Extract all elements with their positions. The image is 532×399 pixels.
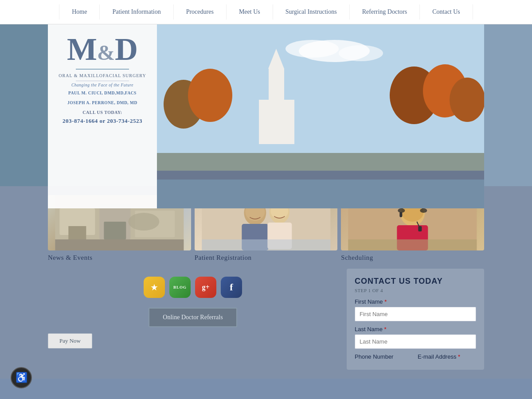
svg-point-3 <box>339 45 383 61</box>
phone-col: Phone Number <box>355 353 413 362</box>
svg-rect-40 <box>348 239 477 250</box>
svg-point-8 <box>450 78 484 122</box>
first-name-input[interactable] <box>355 307 476 321</box>
last-name-required: * <box>384 326 387 332</box>
nav-procedures[interactable]: Procedures <box>174 4 227 20</box>
accessibility-button[interactable]: ♿ <box>11 367 32 388</box>
town-scene <box>157 24 484 208</box>
svg-rect-39 <box>419 226 422 231</box>
nav-referring-doctors[interactable]: Referring Doctors <box>350 4 420 20</box>
nav-patient-information[interactable]: Patient Information <box>100 4 173 20</box>
hero-left-strip <box>0 24 48 186</box>
email-required: * <box>458 353 460 360</box>
phone-email-row: Phone Number E-mail Address * <box>355 353 476 362</box>
nav-contact-us[interactable]: Contact Us <box>420 4 473 20</box>
accessibility-icon: ♿ <box>16 372 27 383</box>
yelp-icon[interactable]: ★ <box>144 277 165 298</box>
step-indicator: STEP 1 OF 4 <box>355 288 476 293</box>
logo-doctor2: Joseph A. Perrone, DMD, MD <box>67 100 137 106</box>
hero-section: M&D Oral & Maxillofacial Surgery Changin… <box>0 24 532 186</box>
nav-home[interactable]: Home <box>59 4 100 20</box>
facebook-icon[interactable]: f <box>221 277 242 298</box>
svg-rect-10 <box>269 69 284 104</box>
blog-icon[interactable]: BLOG <box>169 277 191 298</box>
news-events-label: News & Events <box>48 254 191 262</box>
navigation: Home Patient Information Procedures Meet… <box>0 0 532 24</box>
svg-point-36 <box>420 208 427 213</box>
patient-registration-label: Patient Registration <box>195 254 338 262</box>
svg-rect-30 <box>202 239 330 250</box>
svg-rect-19 <box>68 226 86 242</box>
logo-subtitle: Oral & Maxillofacial Surgery <box>59 73 146 78</box>
svg-point-5 <box>188 69 232 122</box>
contact-form-title: CONTACT US TODAY <box>355 277 476 286</box>
nav-meet-us[interactable]: Meet Us <box>227 4 273 20</box>
logo-tagline: Changing the Face of the Future <box>71 83 133 87</box>
svg-point-2 <box>286 40 339 58</box>
email-label: E-mail Address * <box>418 353 476 360</box>
bottom-left: ★ BLOG g+ f Online Doctor Referrals Pay … <box>48 269 347 370</box>
svg-rect-22 <box>55 239 184 250</box>
nav-surgical-instructions[interactable]: Surgical Instructions <box>273 4 350 20</box>
phone-label: Phone Number <box>355 353 413 360</box>
pay-now-button[interactable]: Pay Now <box>48 333 92 348</box>
svg-rect-37 <box>400 212 403 217</box>
last-name-input[interactable] <box>355 334 476 349</box>
logo-letters: M&D <box>67 33 138 65</box>
google-plus-icon[interactable]: g+ <box>195 277 216 298</box>
email-col: E-mail Address * <box>418 353 476 362</box>
contact-form-panel: CONTACT US TODAY STEP 1 OF 4 First Name … <box>347 269 484 370</box>
bottom-section: ★ BLOG g+ f Online Doctor Referrals Pay … <box>0 269 532 379</box>
first-name-label: First Name * <box>355 298 476 305</box>
referral-button[interactable]: Online Doctor Referrals <box>149 308 237 327</box>
scheduling-label: Scheduling <box>341 254 484 262</box>
svg-rect-14 <box>157 180 484 208</box>
logo-doctor1: Paul M. Ciuci, DMD,MD,FACS <box>68 90 137 96</box>
svg-rect-20 <box>104 222 126 239</box>
last-name-label: Last Name * <box>355 326 476 332</box>
social-icons-row: ★ BLOG g+ f <box>48 277 338 298</box>
nav-items: Home Patient Information Procedures Meet… <box>0 4 532 20</box>
svg-rect-9 <box>259 100 294 144</box>
logo-box: M&D Oral & Maxillofacial Surgery Changin… <box>48 24 157 208</box>
main-content: News & Events <box>0 186 532 379</box>
logo-call-label: Call Us Today: <box>82 110 122 115</box>
first-name-required: * <box>384 298 387 305</box>
logo-phone: 203-874-1664 or 203-734-2523 <box>63 117 142 126</box>
hero-image <box>157 24 484 208</box>
svg-point-21 <box>128 213 159 231</box>
